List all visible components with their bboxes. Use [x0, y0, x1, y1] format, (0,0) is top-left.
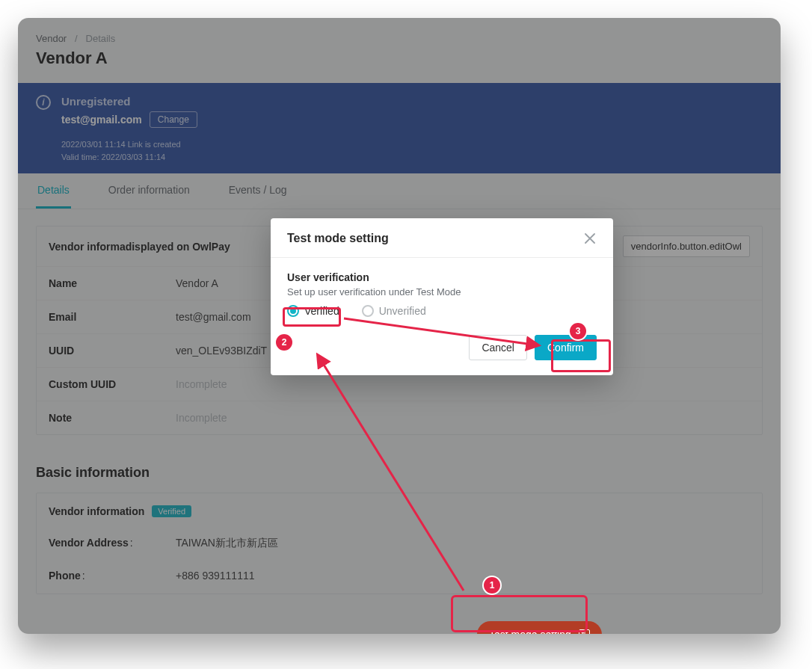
radio-unverified[interactable]: Unverified: [362, 305, 426, 317]
radio-icon: [287, 305, 299, 317]
radio-icon: [362, 305, 374, 317]
user-verification-desc: Set up user verification under Test Mode: [287, 286, 597, 297]
modal-title: Test mode setting: [287, 232, 389, 245]
test-mode-modal: Test mode setting User verification Set …: [271, 218, 613, 375]
sliders-icon: ⇅: [579, 629, 590, 635]
close-icon[interactable]: [583, 232, 597, 245]
verification-radio-group: Verified Unverified: [287, 305, 597, 317]
radio-verified-label: Verified: [304, 305, 339, 317]
user-verification-heading: User verification: [287, 271, 597, 283]
cancel-button[interactable]: Cancel: [469, 335, 527, 360]
radio-verified[interactable]: Verified: [287, 305, 339, 317]
test-mode-setting-label: Test mode setting: [489, 629, 571, 634]
test-mode-setting-button[interactable]: Test mode setting ⇅: [477, 621, 602, 634]
radio-unverified-label: Unverified: [379, 305, 426, 317]
confirm-button[interactable]: Confirm: [535, 335, 597, 360]
